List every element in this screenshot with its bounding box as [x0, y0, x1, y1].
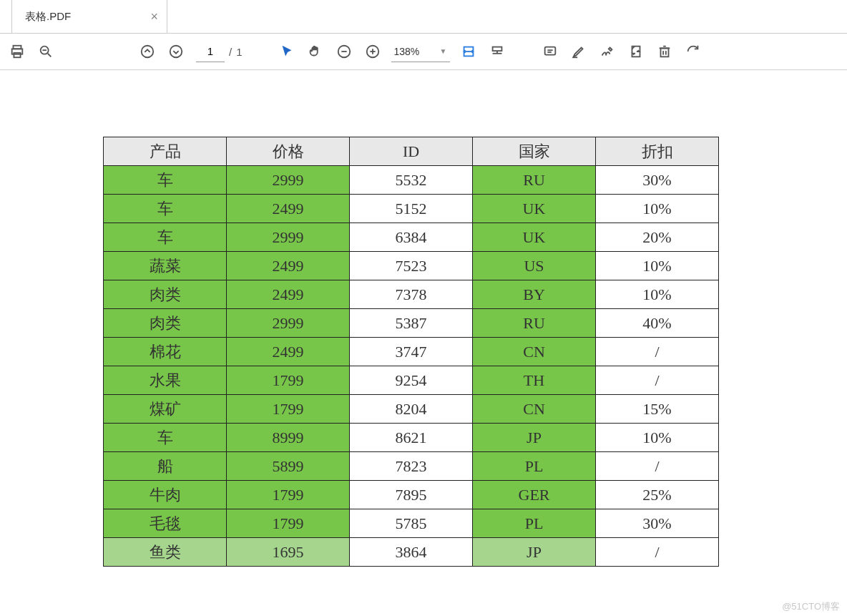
table-cell: UK	[473, 223, 596, 252]
table-header: 国家	[473, 137, 596, 166]
table-cell: 煤矿	[104, 395, 227, 424]
table-cell: 1799	[227, 509, 350, 538]
pdf-page: 产品价格ID国家折扣 车29995532RU30%车24995152UK10%车…	[103, 137, 719, 567]
watermark: @51CTO博客	[782, 600, 840, 613]
table-cell: /	[596, 366, 719, 395]
table-cell: 1799	[227, 366, 350, 395]
table-cell: 车	[104, 166, 227, 195]
table-row: 鱼类16953864JP/	[104, 538, 719, 567]
table-row: 肉类24997378BY10%	[104, 280, 719, 309]
svg-line-4	[48, 54, 52, 57]
table-cell: 牛肉	[104, 481, 227, 509]
page-input[interactable]	[196, 41, 225, 62]
data-table: 产品价格ID国家折扣 车29995532RU30%车24995152UK10%车…	[103, 137, 719, 567]
table-cell: PL	[473, 452, 596, 481]
table-cell: 7523	[350, 252, 473, 280]
table-cell: TH	[473, 366, 596, 395]
table-cell: 10%	[596, 195, 719, 223]
typewriter-icon[interactable]	[483, 37, 511, 66]
table-cell: 船	[104, 452, 227, 481]
table-cell: 2499	[227, 195, 350, 223]
fit-width-icon[interactable]	[454, 37, 483, 66]
delete-icon[interactable]	[650, 37, 679, 66]
table-row: 牛肉17997895GER25%	[104, 481, 719, 509]
table-cell: 7378	[350, 280, 473, 309]
tab-title: 表格.PDF	[25, 10, 71, 24]
comment-icon[interactable]	[536, 37, 564, 66]
page-sep: /	[229, 46, 232, 58]
table-cell: 7895	[350, 481, 473, 509]
table-cell: RU	[473, 166, 596, 195]
table-cell: 2499	[227, 252, 350, 280]
table-cell: 10%	[596, 424, 719, 452]
table-cell: 毛毯	[104, 509, 227, 538]
table-cell: /	[596, 338, 719, 366]
tab-bar: 表格.PDF ×	[0, 0, 847, 34]
table-cell: 车	[104, 424, 227, 452]
table-row: 船58997823PL/	[104, 452, 719, 481]
table-cell: JP	[473, 538, 596, 567]
tab-spacer	[0, 0, 11, 33]
table-cell: 8999	[227, 424, 350, 452]
page-indicator: / 1	[196, 41, 243, 62]
table-cell: /	[596, 452, 719, 481]
highlight-icon[interactable]	[564, 37, 593, 66]
table-row: 蔬菜24997523US10%	[104, 252, 719, 280]
zoom-in-icon[interactable]	[358, 37, 387, 66]
close-icon[interactable]: ×	[150, 9, 158, 24]
refresh-icon[interactable]	[679, 37, 708, 66]
table-cell: 3747	[350, 338, 473, 366]
page-down-icon[interactable]	[162, 37, 190, 66]
table-cell: 1695	[227, 538, 350, 567]
table-cell: 鱼类	[104, 538, 227, 567]
select-tool-icon[interactable]	[273, 37, 301, 66]
table-cell: 2999	[227, 166, 350, 195]
svg-point-6	[142, 46, 154, 58]
table-cell: 3864	[350, 538, 473, 567]
table-header: 价格	[227, 137, 350, 166]
zoom-value: 138%	[394, 46, 420, 57]
table-cell: 30%	[596, 166, 719, 195]
table-cell: 5532	[350, 166, 473, 195]
sign-icon[interactable]	[593, 37, 622, 66]
toolbar: / 1 138% ▼	[0, 34, 847, 70]
table-cell: 25%	[596, 481, 719, 509]
table-cell: 5152	[350, 195, 473, 223]
table-cell: 7823	[350, 452, 473, 481]
table-cell: 车	[104, 195, 227, 223]
table-cell: JP	[473, 424, 596, 452]
page-up-icon[interactable]	[133, 37, 162, 66]
table-row: 车29996384UK20%	[104, 223, 719, 252]
print-icon[interactable]	[3, 37, 31, 66]
table-cell: 15%	[596, 395, 719, 424]
hand-tool-icon[interactable]	[301, 37, 330, 66]
svg-rect-23	[660, 48, 668, 57]
tab-active[interactable]: 表格.PDF ×	[11, 0, 167, 33]
convert-icon[interactable]	[622, 37, 650, 66]
svg-point-7	[170, 46, 182, 58]
table-cell: 车	[104, 223, 227, 252]
table-row: 车89998621JP10%	[104, 424, 719, 452]
document-area[interactable]: 产品价格ID国家折扣 车29995532RU30%车24995152UK10%车…	[0, 70, 847, 616]
table-cell: 2999	[227, 309, 350, 338]
table-header: 产品	[104, 137, 227, 166]
zoom-select[interactable]: 138% ▼	[391, 41, 450, 62]
table-cell: US	[473, 252, 596, 280]
svg-rect-18	[544, 47, 555, 55]
table-cell: 6384	[350, 223, 473, 252]
zoom-out-icon[interactable]	[330, 37, 358, 66]
table-cell: 2499	[227, 338, 350, 366]
table-cell: 棉花	[104, 338, 227, 366]
table-cell: CN	[473, 338, 596, 366]
table-cell: 5899	[227, 452, 350, 481]
table-cell: 40%	[596, 309, 719, 338]
zoom-out-search-icon[interactable]	[31, 37, 60, 66]
table-row: 车24995152UK10%	[104, 195, 719, 223]
chevron-down-icon: ▼	[440, 47, 447, 55]
table-cell: GER	[473, 481, 596, 509]
table-header: ID	[350, 137, 473, 166]
table-cell: PL	[473, 509, 596, 538]
table-cell: 肉类	[104, 309, 227, 338]
page-total: 1	[236, 46, 242, 58]
table-cell: 8204	[350, 395, 473, 424]
